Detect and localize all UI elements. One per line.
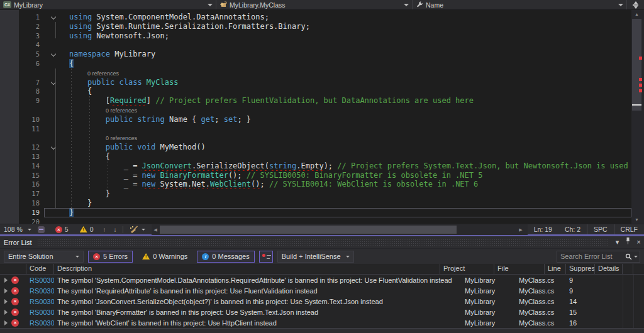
code-line[interactable]: 10 public string Name { get; set; }: [0, 115, 631, 124]
expander-icon[interactable]: [4, 310, 8, 315]
code-line[interactable]: 11: [0, 124, 631, 134]
warning-indicator[interactable]: ! 0: [74, 226, 99, 233]
code-line[interactable]: 7 public class MyClass: [0, 78, 631, 87]
next-issue-button[interactable]: ↓: [109, 226, 120, 233]
code-line[interactable]: 15 _ = new BinaryFormatter(); // SYSLIB0…: [0, 171, 631, 180]
type-dropdown[interactable]: MyLibrary.MyClass: [216, 0, 413, 9]
scroll-right-icon[interactable]: ▶: [519, 224, 522, 235]
code-line[interactable]: 13 {: [0, 152, 631, 161]
codelens-text[interactable]: 0 references: [64, 133, 631, 143]
glyph-margin-cell[interactable]: [0, 152, 19, 161]
code-line[interactable]: 2using System.Runtime.Serialization.Form…: [0, 22, 631, 31]
error-mark[interactable]: [639, 84, 642, 87]
glyph-margin-cell[interactable]: [0, 40, 19, 50]
file-column-header[interactable]: File: [494, 264, 545, 274]
codelens-references[interactable]: 0 references: [69, 70, 119, 77]
scroll-up-icon[interactable]: ▲: [631, 12, 642, 16]
glyph-margin-cell[interactable]: [0, 189, 19, 199]
row-expander-cell[interactable]: ×: [0, 308, 26, 316]
collapse-chevron-icon[interactable]: [51, 52, 56, 57]
error-indicator[interactable]: × 5: [50, 226, 74, 233]
expander-icon[interactable]: [4, 320, 8, 325]
warnings-toggle[interactable]: ! 0 Warnings: [137, 251, 192, 263]
vertical-scrollbar[interactable]: ▲ ▼: [631, 10, 644, 224]
severity-column-header[interactable]: [0, 264, 26, 274]
error-row[interactable]: ×RS0030The symbol 'System.ComponentModel…: [0, 275, 644, 285]
scroll-left-icon[interactable]: ◀: [153, 224, 157, 235]
code-line[interactable]: 6{: [0, 59, 631, 68]
outlining-margin[interactable]: [44, 78, 64, 87]
code-line[interactable]: 8 {: [0, 87, 631, 96]
spaces-indicator[interactable]: SPC: [587, 224, 614, 234]
code-line[interactable]: 12 public void MyMethod(): [0, 143, 631, 152]
error-code-link[interactable]: RS0030: [26, 287, 54, 295]
codelens-references[interactable]: 0 references: [69, 107, 137, 114]
expander-icon[interactable]: [4, 299, 8, 304]
codelens-text[interactable]: 0 references: [64, 106, 631, 115]
glyph-margin-cell[interactable]: [0, 133, 19, 143]
code-editor[interactable]: 1using System.ComponentModel.DataAnnotat…: [0, 10, 644, 224]
horizontal-scrollbar[interactable]: ◀ ▶: [152, 224, 527, 235]
project-dropdown[interactable]: C# MyLibrary: [0, 0, 216, 9]
build-filter-dropdown[interactable]: Build + IntelliSense: [277, 251, 354, 263]
scrollbar-thumb[interactable]: [160, 226, 457, 234]
error-code-link[interactable]: RS0030: [26, 276, 54, 284]
pin-button[interactable]: [623, 236, 633, 248]
member-dropdown[interactable]: Name: [413, 0, 627, 9]
expander-icon[interactable]: [4, 288, 8, 293]
glyph-margin-cell[interactable]: [0, 143, 19, 152]
details-column-header[interactable]: Details: [595, 264, 623, 274]
collapse-chevron-icon[interactable]: [51, 14, 56, 19]
error-row[interactable]: ×RS0030The symbol 'JsonConvert.Serialize…: [0, 296, 644, 307]
glyph-margin-cell[interactable]: [0, 171, 19, 180]
error-code-link[interactable]: RS0030: [26, 298, 54, 305]
close-button[interactable]: ×: [633, 236, 644, 248]
window-position-button[interactable]: ▾: [612, 236, 623, 248]
outlining-margin[interactable]: [44, 143, 64, 152]
code-line[interactable]: 18 }: [0, 199, 631, 208]
panel-horizontal-scrollbar[interactable]: [0, 328, 644, 333]
outlining-margin[interactable]: [44, 50, 64, 59]
error-mark[interactable]: [639, 89, 642, 92]
error-mark[interactable]: [639, 57, 642, 60]
code-line[interactable]: 16 _ = new System.Net.WebClient(); // SY…: [0, 180, 631, 189]
glyph-margin-cell[interactable]: [0, 180, 19, 189]
suppression-column-header[interactable]: Suppres: [566, 264, 595, 274]
codelens-row[interactable]: 0 references: [0, 68, 631, 78]
code-line[interactable]: 14 _ = JsonConvert.SerializeObject(strin…: [0, 161, 631, 171]
scope-dropdown[interactable]: Entire Solution: [4, 251, 84, 263]
error-row[interactable]: ×RS0030The symbol 'WebClient' is banned …: [0, 317, 644, 328]
error-code-link[interactable]: RS0030: [26, 308, 54, 316]
search-error-list[interactable]: [557, 251, 640, 263]
split-editor-handle[interactable]: [627, 0, 644, 9]
code-line[interactable]: 20: [0, 217, 631, 224]
row-expander-cell[interactable]: ×: [0, 298, 26, 305]
description-column-header[interactable]: Description: [54, 264, 440, 274]
code-line[interactable]: 4: [0, 40, 631, 50]
code-line[interactable]: 5namespace MyLibrary: [0, 50, 631, 59]
errors-toggle[interactable]: × 5 Errors: [88, 251, 133, 263]
code-line[interactable]: 3using Newtonsoft.Json;: [0, 31, 631, 41]
glyph-margin-cell[interactable]: [0, 68, 19, 78]
code-line[interactable]: 17 }: [0, 189, 631, 199]
messages-toggle[interactable]: i 0 Messages: [197, 251, 254, 263]
glyph-margin-cell[interactable]: [0, 22, 19, 31]
error-mark[interactable]: [639, 78, 642, 81]
line-column-header[interactable]: Line: [545, 264, 566, 274]
expander-icon[interactable]: [4, 278, 8, 283]
filter-button[interactable]: [259, 251, 273, 263]
code-column-header[interactable]: Code: [26, 264, 54, 274]
codelens-text[interactable]: 0 references: [64, 68, 631, 78]
codelens-row[interactable]: 0 references: [0, 133, 631, 143]
glyph-margin-cell[interactable]: [0, 106, 19, 115]
error-code-link[interactable]: RS0030: [26, 319, 54, 327]
glyph-margin-cell[interactable]: [0, 208, 19, 217]
glyph-margin-cell[interactable]: [0, 161, 19, 171]
row-expander-cell[interactable]: ×: [0, 319, 26, 327]
glyph-margin-cell[interactable]: [0, 217, 19, 224]
search-input[interactable]: [557, 253, 624, 260]
error-list-title-bar[interactable]: Error List ▾ ×: [0, 236, 644, 248]
scroll-down-icon[interactable]: ▼: [631, 217, 642, 222]
glyph-margin-cell[interactable]: [0, 124, 19, 134]
error-row[interactable]: ×RS0030The symbol 'BinaryFormatter' is b…: [0, 307, 644, 317]
